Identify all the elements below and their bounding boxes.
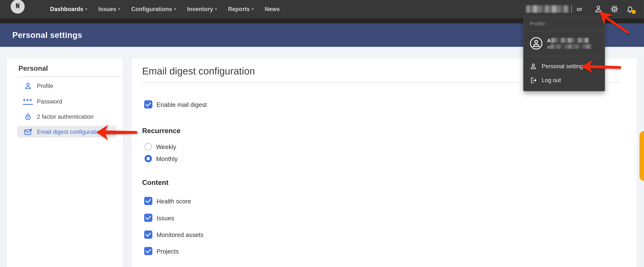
divider (18, 76, 122, 77)
radio-label: Monthly (156, 155, 178, 162)
checkbox-label: Projects (156, 248, 179, 254)
enable-mail-digest-row[interactable]: Enable mail digest (144, 100, 207, 108)
content-heading: Content (142, 179, 168, 187)
main-menu: Dashboards ▾ Issues ▾ Configurations ▾ I… (50, 0, 280, 18)
sidebar-item-label: Profile (37, 82, 53, 89)
nav-item-issues[interactable]: Issues ▾ (98, 6, 120, 12)
issues-checkbox[interactable] (144, 214, 152, 222)
feedback-tab[interactable] (640, 131, 644, 181)
content-option-projects[interactable]: Projects (144, 247, 178, 255)
logo-n-icon (13, 1, 22, 12)
redacted-user-email: a (547, 44, 592, 49)
sidebar-heading: Personal (18, 64, 48, 73)
enable-mail-digest-checkbox[interactable] (144, 100, 152, 108)
logout-icon (530, 76, 537, 84)
projects-checkbox[interactable] (144, 247, 152, 255)
sidebar-item-2fa[interactable]: 2 factor authentication (17, 110, 116, 122)
redacted-username (526, 5, 569, 12)
chevron-down-icon: ▾ (215, 7, 217, 11)
checkbox-label: Health score (156, 198, 191, 204)
radio-label: Weekly (156, 143, 176, 150)
nav-item-inventory[interactable]: Inventory ▾ (187, 6, 217, 12)
sidebar-item-password[interactable]: *** Password (17, 95, 116, 107)
sidebar-item-email-digest[interactable]: Email digest configuration (17, 126, 116, 138)
profile-dropdown: Profile A a Personal setti (523, 16, 605, 91)
health-score-checkbox[interactable] (144, 197, 152, 205)
person-icon (594, 4, 603, 14)
nav-item-reports[interactable]: Reports ▾ (228, 6, 254, 12)
asterisks-icon: *** (24, 97, 32, 106)
recurrence-option-weekly[interactable]: Weekly (144, 143, 176, 150)
user-menu-button[interactable] (594, 4, 603, 14)
recurrence-heading: Recurrence (142, 127, 180, 135)
settings-button[interactable] (610, 4, 619, 14)
content-option-issues[interactable]: Issues (144, 214, 174, 222)
checkbox-label: Issues (156, 214, 174, 221)
notifications-button[interactable] (626, 4, 634, 14)
nav-right-cluster: or (526, 0, 635, 18)
dropdown-header: Profile (524, 16, 605, 31)
content-option-health-score[interactable]: Health score (144, 197, 191, 205)
chevron-down-icon: ▾ (174, 7, 176, 11)
nav-item-dashboards[interactable]: Dashboards ▾ (50, 6, 87, 12)
person-icon (530, 62, 537, 70)
nav-item-configurations[interactable]: Configurations ▾ (131, 6, 176, 12)
gear-icon (610, 4, 619, 14)
nav-item-news[interactable]: News (265, 6, 280, 12)
monthly-radio[interactable] (144, 155, 152, 162)
checkbox-label: Enable mail digest (156, 101, 207, 108)
dropdown-item-personal-settings[interactable]: Personal settings (524, 59, 605, 73)
sidebar-item-label: 2 factor authentication (37, 113, 94, 120)
dropdown-user-row: A a (524, 31, 605, 56)
chevron-down-icon: ▾ (252, 7, 254, 11)
top-nav: Dashboards ▾ Issues ▾ Configurations ▾ I… (0, 0, 644, 18)
person-icon (24, 81, 32, 90)
app-logo[interactable] (11, 0, 25, 14)
divider (571, 5, 572, 13)
content-title: Email digest configuration (142, 65, 255, 77)
sidebar-item-label: Password (37, 98, 62, 104)
chevron-down-icon: ▾ (118, 7, 120, 11)
mail-icon (24, 127, 32, 136)
recurrence-option-monthly[interactable]: Monthly (144, 155, 178, 162)
notification-badge (632, 10, 636, 14)
redacted-text-block (550, 44, 592, 49)
content-option-monitored-assets[interactable]: Monitored assets (144, 230, 203, 239)
redacted-user-name: A (547, 37, 592, 43)
sidebar-item-profile[interactable]: Profile (17, 80, 116, 92)
monitored-assets-checkbox[interactable] (144, 230, 152, 239)
checkbox-label: Monitored assets (156, 231, 203, 238)
sidebar: Personal Profile *** Password 2 factor a… (7, 58, 122, 267)
avatar-icon (530, 36, 543, 50)
page-title: Personal settings (12, 30, 82, 40)
or-label: or (577, 6, 582, 12)
weekly-radio[interactable] (144, 143, 152, 150)
redacted-text-block (552, 38, 589, 43)
sidebar-item-label: Email digest configuration (37, 128, 103, 135)
lock-icon (24, 112, 32, 121)
app-root: Dashboards ▾ Issues ▾ Configurations ▾ I… (0, 0, 644, 267)
chevron-down-icon: ▾ (86, 7, 87, 11)
dropdown-item-log-out[interactable]: Log out (524, 73, 605, 87)
